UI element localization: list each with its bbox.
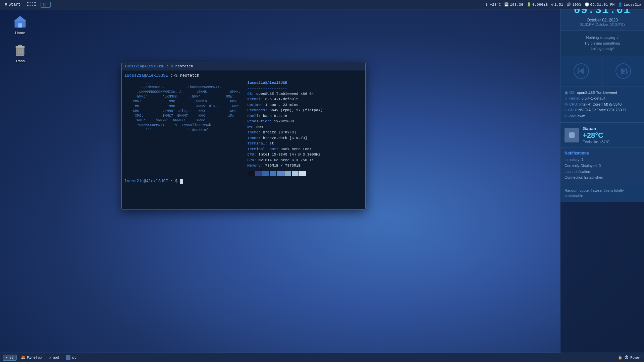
color-bar	[248, 171, 323, 176]
neofetch-info: lucss21a@AlexlSUSE ------------------ OS…	[248, 80, 323, 176]
sysinfo-wm: ◇ WM: dwm	[565, 113, 640, 119]
panel-notifications: Notifications In history: 1 Currently Di…	[560, 147, 644, 184]
neofetch-logo: ...... .,cdxxxoc,. .:kKMMMMNWMMMNk:. ,cK…	[124, 80, 241, 176]
sysinfo-os: ▣ OS: openSUSE Tumbleweed	[565, 90, 640, 96]
clock-utc: 01:31PM October 02 (UTC)	[565, 22, 640, 26]
mpd-label: mpd	[53, 356, 59, 360]
terminal-titlebar: lucss21a@AlexlSUSE :~$ neofetch	[122, 62, 365, 70]
sysinfo-os-icon: ▣	[565, 90, 568, 96]
clock-date: October 02, 2023	[565, 18, 640, 22]
st-icon: ▪	[6, 356, 8, 360]
start-label: Start	[8, 2, 20, 7]
sysinfo-wm-key: WM:	[569, 113, 576, 119]
power-icon[interactable]: ⏻	[625, 355, 628, 360]
panel-sysinfo: ▣ OS: openSUSE Tumbleweed △ Kernel: 6.5.…	[560, 86, 644, 123]
desktop-icon-home[interactable]: Home	[7, 13, 34, 35]
notif-currently-displayed: Currently Displayed: 0	[565, 163, 640, 169]
music-line1: Nothing is playing :/	[565, 35, 640, 41]
cursor-blink	[180, 179, 183, 184]
clock-item: 🕐 09:31:01 PM	[585, 2, 615, 7]
svg-rect-10	[578, 68, 579, 74]
cpu-icon: ⚙	[551, 2, 553, 7]
temperature-value: +28°C	[490, 3, 501, 7]
st2-label: st	[72, 356, 76, 360]
layout-button[interactable]: []=	[41, 2, 51, 8]
clock-icon: 🕐	[585, 2, 589, 7]
taskbar-bottom-right: 🔒 ⏻ Power	[618, 355, 641, 360]
user-item: 👤 lucss21a	[618, 2, 641, 7]
sysinfo-os-val: openSUSE Tumbleweed	[577, 90, 617, 96]
taskbar-app-mpd[interactable]: ♪ mpd	[46, 355, 62, 360]
taskbar-bottom: ▪ st 🦊 Firefox ♪ mpd st 🔒 ⏻ Power	[0, 353, 644, 362]
lock-icon: 🔒	[618, 355, 623, 360]
media-prev-button[interactable]	[560, 56, 602, 86]
st2-icon	[66, 355, 70, 360]
weather-city: Gapan	[583, 126, 610, 131]
sysinfo-wm-val: dwm	[578, 113, 585, 119]
terminal-line-1: lucss21a@AlexlSUSE :~$ neofetch	[124, 73, 363, 79]
cpu-item: ⚙ 1.51	[551, 2, 563, 7]
notifications-title: Notifications	[565, 151, 640, 156]
desktop-icon-trash[interactable]: Trash	[7, 42, 34, 63]
sysinfo-kernel-key: Kernel:	[569, 96, 580, 102]
notif-last-message: Connection Established	[565, 175, 640, 181]
sysinfo-cpu-key: CPU:	[569, 102, 578, 108]
start-button[interactable]: ⊞ Start	[3, 1, 22, 8]
sysinfo-gpu-val: NVIDIA GeForce GTX 750 Ti	[579, 107, 626, 113]
terminal-body[interactable]: lucss21a@AlexlSUSE :~$ neofetch ...... .…	[122, 70, 365, 209]
taskbar-app-firefox[interactable]: 🦊 Firefox	[18, 355, 45, 360]
sysinfo-gpu: □ GPU: NVIDIA GeForce GTX 750 Ti	[565, 107, 640, 113]
weather-feels: Feels like +34°C	[583, 140, 610, 144]
notif-in-history: In history: 1	[565, 157, 640, 163]
desktop: ⊞ Start ⠿⠿⠿ []= 🌡 +28°C 💾 103.3G 🔋 0.99G…	[0, 0, 644, 362]
disk-value: 103.3G	[510, 3, 523, 7]
weather-info: Gapan +28°C Feels like +34°C	[583, 126, 610, 144]
media-next-button[interactable]	[602, 56, 644, 86]
right-panel: 09:31:01 October 02, 2023 01:31PM Octobe…	[560, 0, 644, 353]
terminal-line-2: lucss21a@AlexlSUSE :~$	[124, 179, 363, 184]
clock-value: 09:31:01 PM	[590, 3, 615, 7]
volume-item: 🔊 100%	[567, 2, 581, 7]
disk-icon: 💾	[504, 2, 509, 7]
sysinfo-cpu: ◎ CPU: Intel(R) Core(TM) i5-3340	[565, 102, 640, 108]
weather-icon	[565, 128, 579, 142]
user-value: lucss21a	[624, 3, 641, 7]
taskbar-left: ⊞ Start ⠿⠿⠿ []=	[3, 1, 51, 8]
ram-value: 0.99GiB	[532, 3, 548, 7]
sysinfo-wm-icon: ◇	[565, 113, 567, 119]
taskbar-app-st[interactable]: ▪ st	[3, 355, 17, 361]
sysinfo-os-key: OS:	[569, 90, 576, 96]
ram-icon: 🔋	[527, 2, 531, 7]
music-line3: Let's go party!	[565, 46, 640, 52]
user-icon: 👤	[618, 2, 623, 7]
sysinfo-gpu-key: GPU:	[568, 107, 577, 113]
panel-weather: Gapan +28°C Feels like +34°C	[560, 123, 644, 147]
music-line2: Try playing something	[565, 41, 640, 46]
taskbar-top: ⊞ Start ⠿⠿⠿ []= 🌡 +28°C 💾 103.3G 🔋 0.99G…	[0, 0, 644, 9]
media-controls	[560, 56, 644, 86]
sysinfo-cpu-icon: ◎	[565, 102, 568, 108]
trash-icon	[12, 42, 28, 58]
weather-temp: +28°C	[583, 131, 610, 140]
panel-music: Nothing is playing :/ Try playing someth…	[560, 31, 644, 56]
notif-last-label: Last notification:	[565, 169, 640, 175]
volume-value: 100%	[572, 3, 581, 7]
home-icon	[12, 13, 28, 29]
temperature-item: 🌡 +28°C	[485, 2, 501, 7]
start-icon: ⊞	[5, 2, 7, 7]
st-label: st	[9, 356, 14, 360]
firefox-label: Firefox	[27, 356, 42, 360]
sysinfo-kernel-val: 6.5.4-1-default	[582, 96, 605, 102]
taskbar-right: 🌡 +28°C 💾 103.3G 🔋 0.99GiB ⚙ 1.51 🔊 100%…	[485, 2, 641, 7]
home-label: Home	[15, 31, 25, 35]
trash-label: Trash	[15, 59, 25, 63]
taskbar-app-st2[interactable]: st	[63, 355, 79, 361]
grid-button[interactable]: ⠿⠿⠿	[25, 1, 38, 8]
volume-icon: 🔊	[567, 2, 571, 7]
panel-quote: Random quote: I swear this is totally su…	[560, 184, 644, 202]
power-label[interactable]: Power	[630, 356, 641, 360]
sysinfo-gpu-icon: □	[565, 107, 567, 113]
mpd-icon: ♪	[49, 356, 51, 360]
terminal-window: lucss21a@AlexlSUSE :~$ neofetch lucss21a…	[121, 62, 366, 209]
sysinfo-kernel-icon: △	[565, 96, 567, 102]
